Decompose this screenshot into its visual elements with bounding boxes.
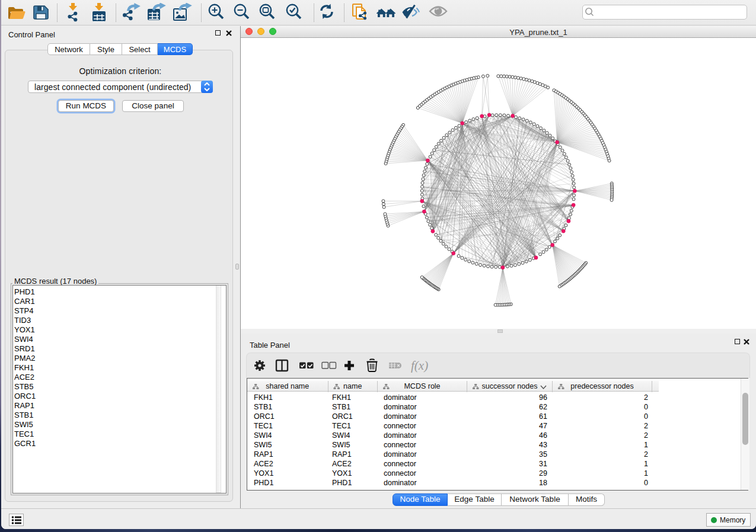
svg-text:f(x): f(x) xyxy=(411,358,428,373)
